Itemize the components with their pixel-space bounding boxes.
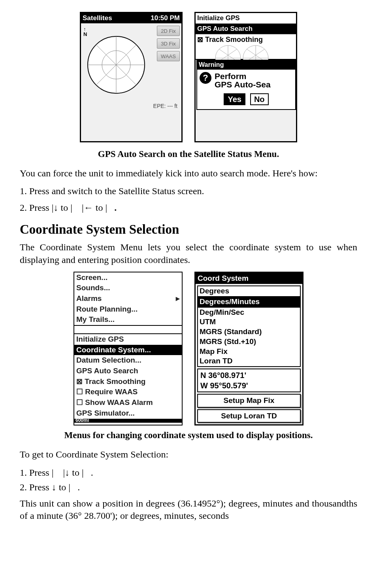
- menu-alarms-item[interactable]: Alarms▸: [74, 293, 182, 304]
- coord-list: Degrees Degrees/Minutes Deg/Min/Sec UTM …: [197, 285, 301, 367]
- init-body: Initialize GPS GPS Auto Search ⊠ Track S…: [196, 13, 296, 130]
- sat-time: 10:50 PM: [151, 14, 180, 23]
- menu-waas-alarm-item[interactable]: ☐ Show WAAS Alarm: [74, 397, 182, 408]
- paragraph-2: The Coordinate System Menu lets you sele…: [20, 241, 357, 266]
- paragraph-4: This unit can show a position in degrees…: [20, 497, 357, 522]
- coord-degmin-item[interactable]: Degrees/Minutes: [198, 296, 300, 308]
- menu-autosearch-item[interactable]: GPS Auto Search: [74, 366, 182, 376]
- caption-1: GPS Auto Search on the Satellite Status …: [20, 148, 357, 160]
- menu-sounds-item[interactable]: Sounds...: [74, 283, 182, 293]
- initialize-gps-screen: Initialize GPS GPS Auto Search ⊠ Track S…: [194, 12, 297, 142]
- paragraph-1: You can force the unit to immediately ki…: [20, 167, 357, 180]
- 3d-fix-button[interactable]: 3D Fix: [157, 38, 180, 49]
- step-b2: 2. Press ↓ to | .: [20, 481, 357, 493]
- setup-mapfix-button[interactable]: Setup Map Fix: [197, 394, 301, 408]
- menu-footer: 600mi: [74, 419, 182, 423]
- epe-value: EPE: --- ft: [153, 102, 177, 110]
- coord-mgrs10-item[interactable]: MGRS (Std.+10): [198, 337, 300, 347]
- step-2: 2. Press |↓ to | |← to | .: [20, 201, 357, 214]
- coord-display: N 36°08.971' W 95°50.579': [197, 369, 301, 392]
- warning-message: Perform GPS Auto-Sea: [215, 72, 271, 89]
- coord-mgrs-item[interactable]: MGRS (Standard): [198, 327, 300, 337]
- waas-button[interactable]: WAAS: [157, 51, 180, 61]
- yes-button[interactable]: Yes: [224, 93, 245, 105]
- satellite-status-screen: Satellites 10:50 PM ↑N 2D Fix 3D Fix WAA…: [80, 12, 183, 142]
- setup-loran-button[interactable]: Setup Loran TD: [197, 409, 301, 423]
- submenu-arrow-icon: ▸: [176, 294, 180, 304]
- menu-init-gps-item[interactable]: Initialize GPS: [74, 334, 182, 345]
- menu-screen-item[interactable]: Screen...: [74, 272, 182, 283]
- scroll-indicator: [74, 325, 182, 334]
- step-b1: 1. Press | |↓ to | .: [20, 466, 357, 479]
- coord-loran-item[interactable]: Loran TD: [198, 356, 300, 366]
- init-gps-item[interactable]: Initialize GPS: [196, 13, 296, 24]
- coord-dms-item[interactable]: Deg/Min/Sec: [198, 308, 300, 318]
- sky-plot-preview: [196, 45, 296, 60]
- step-1: 1. Press and switch to the Satellite Sta…: [20, 185, 357, 197]
- warning-dialog: Warning ? Perform GPS Auto-Sea Yes No: [196, 60, 296, 110]
- 2d-fix-button[interactable]: 2D Fix: [157, 26, 180, 36]
- paragraph-3: To get to Coordinate System Selection:: [20, 448, 357, 461]
- menu-coord-system-item[interactable]: Coordinate System...: [74, 345, 182, 355]
- sat-body: ↑N 2D Fix 3D Fix WAAS EPE: --- ft: [81, 23, 181, 140]
- menu-route-item[interactable]: Route Planning...: [74, 304, 182, 315]
- coord-degrees-item[interactable]: Degrees: [198, 286, 300, 296]
- coord-title: Coord System: [196, 273, 302, 284]
- coord-lon: W 95°50.579': [200, 380, 298, 391]
- coord-utm-item[interactable]: UTM: [198, 317, 300, 327]
- screenshot-row-1: Satellites 10:50 PM ↑N 2D Fix 3D Fix WAA…: [20, 12, 357, 142]
- menu-simulator-item[interactable]: GPS Simulator...: [74, 408, 182, 419]
- menu-smoothing-item[interactable]: ⊠ Track Smoothing: [74, 376, 182, 387]
- sat-title: Satellites: [83, 14, 112, 23]
- menu-trails-item[interactable]: My Trails...: [74, 314, 182, 325]
- section-heading: Coordinate System Selection: [20, 221, 357, 238]
- gps-auto-search-item[interactable]: GPS Auto Search: [196, 24, 296, 34]
- menu-waas-item[interactable]: ☐ Require WAAS: [74, 387, 182, 397]
- no-button[interactable]: No: [250, 93, 269, 105]
- screenshot-row-2: Screen... Sounds... Alarms▸ Route Planni…: [20, 272, 357, 426]
- caption-2: Menus for changing coordinate system use…: [20, 429, 357, 441]
- warning-title: Warning: [197, 61, 295, 70]
- question-icon: ?: [200, 72, 211, 84]
- coord-system-screen: Coord System Degrees Degrees/Minutes Deg…: [194, 272, 303, 426]
- sat-titlebar: Satellites 10:50 PM: [81, 13, 181, 23]
- sky-plot: [87, 35, 146, 95]
- coord-mapfix-item[interactable]: Map Fix: [198, 347, 300, 357]
- menu-datum-item[interactable]: Datum Selection...: [74, 355, 182, 366]
- coord-lat: N 36°08.971': [200, 370, 298, 380]
- settings-menu-screen: Screen... Sounds... Alarms▸ Route Planni…: [74, 272, 183, 426]
